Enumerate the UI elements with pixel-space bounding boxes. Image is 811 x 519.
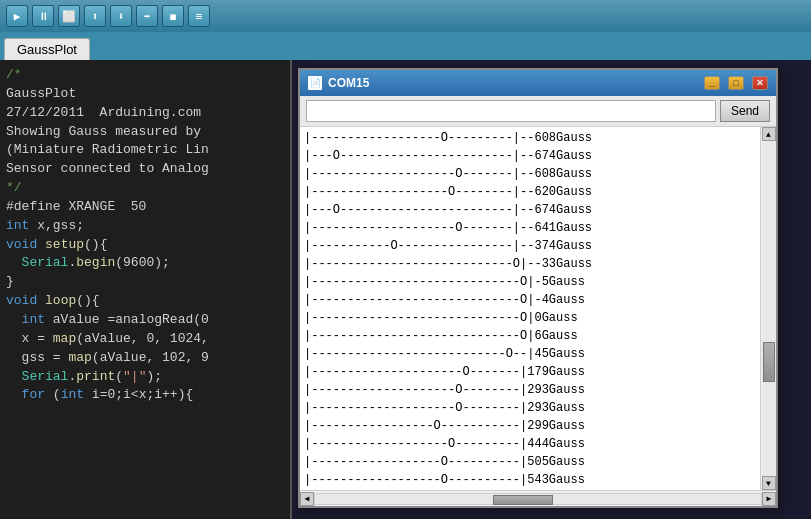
serial-output-line: |----------------------------O|--33Gauss <box>300 255 760 273</box>
code-line: (Miniature Radiometric Lin <box>6 141 284 160</box>
tabbar: GaussPlot <box>0 32 811 60</box>
serial-output-line: |-------------------O--------|--620Gauss <box>300 183 760 201</box>
pause-button[interactable]: ⏸ <box>32 5 54 27</box>
serial-output-line: |--------------------O--------|293Gauss <box>300 381 760 399</box>
scroll-left-arrow[interactable]: ◀ <box>300 492 314 506</box>
serial-output-line: |-----------------------------O|0Gauss <box>300 309 760 327</box>
serial-output: |------------------O---------|--608Gauss… <box>300 127 776 490</box>
code-line: /* <box>6 66 284 85</box>
serial-output-line: |-------------------O---------|444Gauss <box>300 435 760 453</box>
code-line: } <box>6 273 284 292</box>
code-editor[interactable]: /* GaussPlot 27/12/2011 Arduining.com Sh… <box>0 60 292 519</box>
halt-button[interactable]: ◼ <box>162 5 184 27</box>
serial-output-line: |------------------O---------|--608Gauss <box>300 129 760 147</box>
download-button[interactable]: ⬇ <box>110 5 132 27</box>
serial-input[interactable] <box>306 100 716 122</box>
send-button[interactable]: Send <box>720 100 770 122</box>
serial-output-line: |-----------------------------O|6Gauss <box>300 327 760 345</box>
h-scroll-thumb[interactable] <box>493 495 553 505</box>
com-window: 📄 COM15 _ □ ✕ Send |------------------O-… <box>298 68 778 508</box>
serial-output-line: |---O------------------------|--674Gauss <box>300 201 760 219</box>
serial-output-line: |--------------------O-------|--608Gauss <box>300 165 760 183</box>
com-window-title: COM15 <box>328 76 696 90</box>
code-line: int aValue =analogRead(0 <box>6 311 284 330</box>
code-line: x = map(aValue, 0, 1024, <box>6 330 284 349</box>
toolbar: ▶ ⏸ ⬜ ⬆ ⬇ ➡ ◼ ≡ <box>0 0 811 32</box>
maximize-button[interactable]: □ <box>728 76 744 90</box>
serial-output-line: |--------------------O-------|--641Gauss <box>300 219 760 237</box>
serial-output-line: |------------------O----------|505Gauss <box>300 453 760 471</box>
code-line: Serial.print("|"); <box>6 368 284 387</box>
serial-output-line: |---------------------------O--|45Gauss <box>300 345 760 363</box>
serial-output-line: |-----------O----------------|--374Gauss <box>300 237 760 255</box>
vertical-scrollbar[interactable]: ▲ ▼ <box>760 127 776 490</box>
code-line: for (int i=0;i<x;i++){ <box>6 386 284 405</box>
stop-button[interactable]: ⬜ <box>58 5 80 27</box>
minimize-button[interactable]: _ <box>704 76 720 90</box>
code-line: int x,gss; <box>6 217 284 236</box>
scroll-down-arrow[interactable]: ▼ <box>762 476 776 490</box>
scroll-up-arrow[interactable]: ▲ <box>762 127 776 141</box>
code-line: GaussPlot <box>6 85 284 104</box>
serial-content[interactable]: |------------------O---------|--608Gauss… <box>300 127 760 490</box>
scroll-track[interactable] <box>762 141 776 476</box>
gaussplot-tab[interactable]: GaussPlot <box>4 38 90 60</box>
serial-output-line: |------------------O----------|543Gauss <box>300 471 760 489</box>
code-line: void setup(){ <box>6 236 284 255</box>
close-button[interactable]: ✕ <box>752 76 768 90</box>
scroll-thumb[interactable] <box>763 342 775 382</box>
horizontal-scrollbar[interactable]: ◀ ▶ <box>300 490 776 506</box>
code-line: void loop(){ <box>6 292 284 311</box>
com-window-icon: 📄 <box>308 76 322 90</box>
serial-output-line: |-----------------O-----------|579Gauss <box>300 489 760 490</box>
code-line: gss = map(aValue, 102, 9 <box>6 349 284 368</box>
com-input-bar: Send <box>300 96 776 127</box>
serial-output-line: |---O------------------------|--674Gauss <box>300 147 760 165</box>
next-button[interactable]: ➡ <box>136 5 158 27</box>
serial-output-line: |-----------------------------O|-4Gauss <box>300 291 760 309</box>
com-titlebar: 📄 COM15 _ □ ✕ <box>300 70 776 96</box>
menu-button[interactable]: ≡ <box>188 5 210 27</box>
run-button[interactable]: ▶ <box>6 5 28 27</box>
serial-output-line: |-----------------O-----------|299Gauss <box>300 417 760 435</box>
h-scroll-track[interactable] <box>314 493 762 505</box>
scroll-right-arrow[interactable]: ▶ <box>762 492 776 506</box>
serial-output-line: |---------------------O-------|179Gauss <box>300 363 760 381</box>
code-line: Sensor connected to Analog <box>6 160 284 179</box>
serial-output-line: |-----------------------------O|-5Gauss <box>300 273 760 291</box>
code-line: Showing Gauss measured by <box>6 123 284 142</box>
code-line: #define XRANGE 50 <box>6 198 284 217</box>
upload-button[interactable]: ⬆ <box>84 5 106 27</box>
code-line: 27/12/2011 Arduining.com <box>6 104 284 123</box>
code-line: */ <box>6 179 284 198</box>
serial-output-line: |--------------------O--------|293Gauss <box>300 399 760 417</box>
code-line: Serial.begin(9600); <box>6 254 284 273</box>
